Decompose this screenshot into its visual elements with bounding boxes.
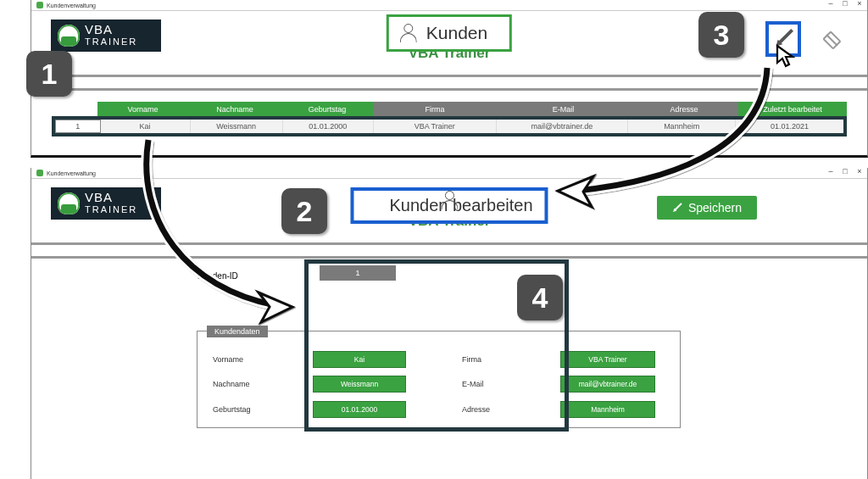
- input-nachname[interactable]: Weissmann: [313, 376, 406, 393]
- window-bottom: Kundenverwaltung – □ × VBATRAINER VBA Tr…: [31, 168, 868, 479]
- label-firma: Firma: [462, 350, 547, 369]
- maximize-button[interactable]: □: [841, 0, 849, 8]
- window-title: Kundenverwaltung: [47, 170, 96, 176]
- minimize-button[interactable]: –: [826, 0, 835, 8]
- kunden-heading-box: Kunden: [387, 14, 512, 52]
- input-vorname[interactable]: Kai: [313, 351, 406, 368]
- maximize-button[interactable]: □: [841, 167, 849, 175]
- th-firma: Firma: [373, 102, 497, 116]
- step-badge-2: 2: [281, 188, 327, 234]
- save-button[interactable]: Speichern: [657, 196, 757, 220]
- close-button[interactable]: ×: [855, 167, 864, 175]
- table-row[interactable]: 1 Kai Weissmann 01.01.2000 VBA Trainer m…: [52, 116, 847, 136]
- kunden-heading: Kunden: [426, 23, 487, 43]
- window-title: Kundenverwaltung: [47, 3, 96, 8]
- divider: [31, 75, 867, 77]
- pencil-icon: [670, 201, 684, 215]
- td-email: mail@vbtrainer.de: [497, 120, 629, 133]
- brand-logo: VBATRAINER: [51, 19, 161, 52]
- th-nachname: Nachname: [188, 102, 281, 116]
- label-vorname: Vorname: [213, 350, 298, 369]
- edit-button[interactable]: [765, 21, 801, 57]
- th-geburtstag: Geburtstag: [281, 102, 373, 116]
- excel-icon: [36, 170, 43, 176]
- td-firma: VBA Trainer: [374, 120, 497, 133]
- save-label: Speichern: [688, 201, 742, 214]
- customers-table: Vorname Nachname Geburtstag Firma E-Mail…: [52, 102, 847, 136]
- step-badge-4: 4: [517, 275, 563, 320]
- kunden-id-value: 1: [320, 265, 396, 281]
- labels-col-right: Firma E-Mail Adresse: [462, 347, 547, 422]
- divider: [31, 88, 867, 91]
- inputs-col-left: Kai Weissmann 01.01.2000: [313, 347, 406, 422]
- label-email: E-Mail: [462, 375, 547, 393]
- person-icon: [399, 24, 418, 42]
- td-nachname: Weissmann: [191, 120, 283, 133]
- th-adresse: Adresse: [630, 102, 738, 116]
- kunden-edit-heading: Kunden bearbeiten: [389, 196, 532, 215]
- th-zuletzt: Zuletzt bearbeitet: [738, 102, 847, 116]
- input-firma[interactable]: VBA Trainer: [560, 351, 655, 368]
- mascot-icon: [58, 192, 80, 214]
- titlebar-bottom: Kundenverwaltung – □ ×: [31, 168, 867, 179]
- td-id: 1: [55, 120, 101, 133]
- table-header: Vorname Nachname Geburtstag Firma E-Mail…: [52, 102, 847, 116]
- close-button[interactable]: ×: [855, 0, 864, 8]
- minimize-button[interactable]: –: [826, 167, 835, 175]
- pencil-icon: [768, 24, 799, 55]
- input-adresse[interactable]: Mannheim: [560, 401, 655, 418]
- label-adresse: Adresse: [462, 400, 547, 419]
- labels-col-left: Vorname Nachname Geburtstag: [213, 347, 298, 422]
- eraser-icon: [815, 24, 847, 55]
- kundendaten-form: Kundendaten Vorname Nachname Geburtstag …: [197, 331, 681, 428]
- label-nachname: Nachname: [213, 375, 298, 393]
- brand-logo: VBATRAINER: [51, 187, 161, 220]
- th-email: E-Mail: [497, 102, 630, 116]
- td-zuletzt: 01.01.2021: [736, 120, 843, 133]
- th-vorname: Vorname: [97, 102, 188, 116]
- excel-icon: [36, 2, 43, 8]
- step-badge-3: 3: [698, 12, 744, 58]
- input-email[interactable]: mail@vbtrainer.de: [560, 376, 655, 393]
- titlebar-top: Kundenverwaltung – □ ×: [31, 0, 867, 11]
- kunden-edit-heading-box: Kunden bearbeiten: [350, 187, 548, 224]
- kunden-id-label: Kunden-ID: [198, 271, 238, 281]
- mascot-icon: [58, 25, 80, 47]
- td-geburtstag: 01.01.2000: [283, 120, 374, 133]
- input-geburtstag[interactable]: 01.01.2000: [313, 401, 406, 418]
- person-icon: [362, 197, 381, 215]
- divider: [31, 242, 867, 245]
- td-adresse: Mannheim: [628, 120, 736, 133]
- inputs-col-right: VBA Trainer mail@vbtrainer.de Mannheim: [560, 347, 655, 422]
- form-section-label: Kundendaten: [207, 326, 268, 337]
- divider: [31, 256, 867, 259]
- th-id: [52, 102, 97, 116]
- clear-button[interactable]: [813, 21, 849, 57]
- label-geburtstag: Geburtstag: [213, 400, 298, 419]
- step-badge-1: 1: [26, 51, 72, 97]
- td-vorname: Kai: [101, 120, 191, 133]
